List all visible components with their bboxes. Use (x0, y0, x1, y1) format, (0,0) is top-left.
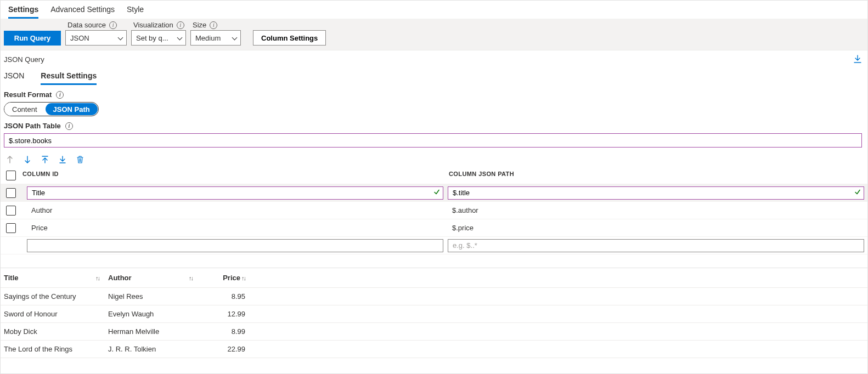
data-source-value: JSON (70, 34, 89, 42)
column-path-input[interactable] (448, 186, 864, 200)
results-row: Sayings of the Century Nigel Rees 8.95 (1, 288, 867, 305)
cell-author: Evelyn Waugh (108, 310, 201, 318)
new-column-id-input[interactable] (27, 239, 443, 252)
cell-title: Sword of Honour (4, 310, 108, 318)
info-icon[interactable]: i (56, 91, 64, 99)
info-icon[interactable]: i (177, 21, 184, 29)
column-row: Author $.author (1, 202, 867, 219)
column-id-input[interactable] (27, 186, 443, 200)
select-all-checkbox[interactable] (6, 171, 16, 180)
move-bottom-icon[interactable] (59, 155, 66, 164)
new-column-path-input[interactable] (448, 239, 864, 252)
sort-icon: ↑↓ (241, 275, 245, 281)
results-row: Sword of Honour Evelyn Waugh 12.99 (1, 305, 867, 323)
move-top-icon[interactable] (41, 155, 49, 164)
tab-json[interactable]: JSON (4, 71, 24, 85)
cell-title: Moby Dick (4, 327, 108, 336)
run-query-button[interactable]: Run Query (4, 31, 61, 46)
column-row (1, 184, 867, 202)
column-settings-button[interactable]: Column Settings (253, 30, 326, 46)
column-row: Price $.price (1, 219, 867, 237)
cell-price: 8.95 (201, 292, 245, 301)
row-checkbox[interactable] (6, 188, 16, 198)
result-format-json-path[interactable]: JSON Path (46, 103, 98, 115)
info-icon[interactable]: i (65, 122, 73, 130)
check-icon (433, 189, 440, 197)
size-value: Medium (195, 34, 221, 42)
col-label: Author (108, 274, 132, 282)
result-format-label: Result Format (4, 90, 52, 99)
cell-price: 12.99 (201, 310, 245, 318)
visualization-label: Visualization (133, 21, 173, 29)
col-label: Price (223, 274, 240, 282)
column-row-new (1, 237, 867, 254)
result-format-toggle: Content JSON Path (4, 102, 99, 116)
sort-icon: ↑↓ (189, 275, 193, 281)
json-path-table-input[interactable] (4, 133, 862, 148)
check-icon (854, 189, 861, 197)
visualization-dropdown[interactable]: Set by q... (131, 30, 186, 46)
column-path-text[interactable]: $.author (448, 206, 864, 214)
column-path-text[interactable]: $.price (448, 224, 864, 232)
tab-result-settings[interactable]: Result Settings (41, 71, 97, 85)
results-row: Moby Dick Herman Melville 8.99 (1, 323, 867, 341)
visualization-value: Set by q... (136, 34, 168, 42)
tab-style[interactable]: Style (127, 5, 144, 19)
data-source-label: Data source (67, 21, 106, 29)
cell-title: The Lord of the Rings (4, 345, 108, 353)
column-id-text[interactable]: Author (27, 206, 443, 214)
cell-author: Nigel Rees (108, 292, 201, 301)
results-row: The Lord of the Rings J. R. R. Tolkien 2… (1, 341, 867, 358)
results-table: Title ↑↓ Author ↑↓ Price ↑↓ Sayings of t… (1, 268, 867, 358)
json-path-table-label: JSON Path Table (4, 122, 61, 130)
move-up-icon[interactable] (6, 155, 14, 164)
results-col-title[interactable]: Title ↑↓ (4, 274, 108, 282)
sort-icon: ↑↓ (95, 275, 99, 281)
data-source-dropdown[interactable]: JSON (65, 30, 127, 46)
size-dropdown[interactable]: Medium (190, 30, 241, 46)
move-down-icon[interactable] (24, 155, 31, 164)
download-icon[interactable] (853, 55, 862, 64)
cell-author: Herman Melville (108, 327, 201, 336)
size-label: Size (193, 21, 206, 29)
results-col-author[interactable]: Author ↑↓ (108, 274, 201, 282)
tab-advanced-settings[interactable]: Advanced Settings (50, 5, 115, 19)
cell-title: Sayings of the Century (4, 292, 108, 301)
info-icon[interactable]: i (210, 21, 217, 29)
column-actions (1, 148, 867, 167)
columns-table: COLUMN ID COLUMN JSON PATH Author $.auth… (1, 167, 867, 254)
column-id-text[interactable]: Price (27, 224, 443, 232)
row-checkbox[interactable] (6, 206, 16, 216)
chevron-down-icon (232, 35, 238, 41)
inner-tabs: JSON Result Settings (1, 66, 867, 85)
json-query-label: JSON Query (4, 55, 44, 64)
cell-price: 22.99 (201, 345, 245, 353)
row-checkbox[interactable] (6, 223, 16, 233)
tab-settings[interactable]: Settings (8, 5, 38, 19)
column-id-header: COLUMN ID (22, 171, 443, 180)
top-tabs: Settings Advanced Settings Style (1, 1, 867, 19)
results-col-price[interactable]: Price ↑↓ (201, 274, 245, 282)
info-icon[interactable]: i (109, 21, 117, 29)
chevron-down-icon (117, 35, 124, 41)
result-format-content[interactable]: Content (4, 103, 45, 116)
delete-icon[interactable] (76, 155, 84, 164)
column-path-header: COLUMN JSON PATH (443, 171, 864, 180)
cell-author: J. R. R. Tolkien (108, 345, 201, 353)
settings-panel: Settings Advanced Settings Style Data so… (0, 0, 868, 374)
cell-price: 8.99 (201, 327, 245, 336)
toolbar: Data source i Visualization i Size i Run… (1, 19, 867, 50)
col-label: Title (4, 274, 19, 282)
chevron-down-icon (177, 35, 183, 41)
